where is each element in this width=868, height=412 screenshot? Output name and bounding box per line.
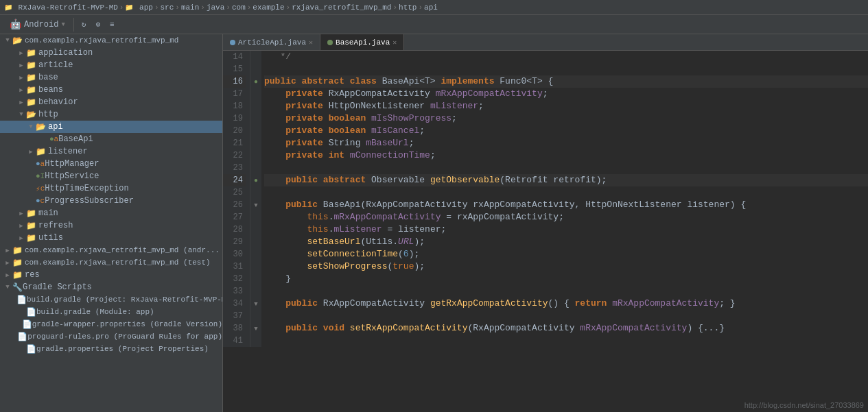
breadcrumb: 📁 RxJava-Retrofit-MVP-MD › 📁 app › src ›… xyxy=(0,0,868,15)
folder-icon: 📁 xyxy=(125,4,133,12)
code-line-27: this.mRxAppCompatActivity = rxAppCompatA… xyxy=(264,211,868,223)
code-line-32: } xyxy=(264,273,868,285)
code-line-34: public RxAppCompatActivity getRxAppCompa… xyxy=(264,298,868,310)
folder-icon: 📁 xyxy=(26,73,36,83)
folder-icon: 📁 xyxy=(26,60,36,71)
tree-item-res[interactable]: ▶ 📁 res xyxy=(0,269,222,281)
code-area: 14 15 16 17 18 19 20 21 22 23 24 25 26 2… xyxy=(223,51,868,347)
watermark: http://blog.csdn.net/sinat_27033869 xyxy=(744,401,864,409)
sync-button[interactable]: ↻ xyxy=(77,18,91,31)
code-editor[interactable]: 14 15 16 17 18 19 20 21 22 23 24 25 26 2… xyxy=(223,51,868,412)
tree-item-build-gradle-module[interactable]: 📄 build.gradle (Module: app) xyxy=(0,306,222,318)
type-label: a xyxy=(40,160,45,168)
tree-item-com-test[interactable]: ▶ 📁 com.example.rxjava_retrofit_mvp_md (… xyxy=(0,256,222,269)
breakpoint-icon[interactable]: ● xyxy=(254,78,258,86)
tree-item-proguard[interactable]: 📄 proguard-rules.pro (ProGuard Rules for… xyxy=(0,330,222,343)
code-line-18: private HttpOnNextListener mListener; xyxy=(264,100,868,112)
tree-item-beans[interactable]: ▶ 📁 beans xyxy=(0,84,222,96)
code-line-19: private boolean mIsShowProgress; xyxy=(264,112,868,125)
close-tab-button[interactable]: ✕ xyxy=(392,38,397,47)
expand-arrow-icon: ▶ xyxy=(26,148,36,156)
tree-item-article[interactable]: ▶ 📁 article xyxy=(0,59,222,71)
code-line-21: private String mBaseUrl; xyxy=(264,137,868,149)
code-line-14: */ xyxy=(264,51,868,63)
expand-arrow-icon: ▶ xyxy=(16,99,26,106)
java-file-icon xyxy=(327,40,333,45)
code-line-23 xyxy=(264,162,868,174)
tree-item-listener[interactable]: ▶ 📁 listener xyxy=(0,145,222,158)
breakpoint-icon[interactable]: ● xyxy=(254,177,258,184)
tab-baseapi[interactable]: BaseApi.java ✕ xyxy=(320,34,404,50)
fold-icon[interactable]: ▼ xyxy=(254,202,257,209)
settings-button[interactable]: ⚙ xyxy=(91,18,105,31)
code-line-30: setConnectionTime(6); xyxy=(264,248,868,260)
android-sdk-selector: 🤖 Android ▼ xyxy=(4,17,71,32)
code-line-25 xyxy=(264,186,868,199)
java-file-icon xyxy=(230,40,235,45)
code-line-15 xyxy=(264,63,868,75)
code-line-26: public BaseApi(RxAppCompatActivity rxApp… xyxy=(264,199,868,211)
tree-item-gradle-properties[interactable]: 📄 gradle.properties (Project Properties) xyxy=(0,343,222,355)
folder-icon: 📁 xyxy=(26,233,36,243)
gradle-icon: 🔧 xyxy=(12,282,23,293)
code-line-16: public abstract class BaseApi<T> impleme… xyxy=(264,75,868,88)
tree-item-progresssubscriber[interactable]: ● c ProgressSubscriber xyxy=(0,195,222,207)
editor-area: ArticleApi.java ✕ BaseApi.java ✕ 14 15 1… xyxy=(223,34,868,412)
breadcrumb-item[interactable]: rxjava_retrofit_mvp_md xyxy=(292,3,391,12)
breadcrumb-item[interactable]: 📁 app xyxy=(125,3,152,12)
code-line-22: private int mConnectionTime; xyxy=(264,149,868,162)
breadcrumb-item[interactable]: java xyxy=(207,3,224,12)
gutter: ● ● ▼ xyxy=(250,51,261,347)
line-numbers: 14 15 16 17 18 19 20 21 22 23 24 25 26 2… xyxy=(223,51,250,347)
proguard-file-icon: 📄 xyxy=(17,332,27,342)
expand-arrow-icon: ▶ xyxy=(3,259,12,267)
toolbar: 🤖 Android ▼ ↻ ⚙ ≡ xyxy=(0,15,868,34)
folder-icon: 📁 xyxy=(26,48,36,58)
breadcrumb-item[interactable]: 📁 RxJava-Retrofit-MVP-MD xyxy=(4,3,118,12)
class-icon: ● xyxy=(36,197,40,205)
code-line-17: private RxAppCompatActivity mRxAppCompat… xyxy=(264,88,868,100)
folder-icon: 📁 xyxy=(36,147,46,157)
tree-item-httptimeexception[interactable]: ⚡ c HttpTimeException xyxy=(0,182,222,195)
tree-item-utils[interactable]: ▶ 📁 utils xyxy=(0,232,222,244)
breadcrumb-item[interactable]: com xyxy=(232,3,246,12)
expand-arrow-icon: ▶ xyxy=(16,234,26,242)
breadcrumb-item[interactable]: src xyxy=(160,3,174,12)
folder-icon: 📁 xyxy=(12,245,23,256)
android-icon: 🤖 xyxy=(10,19,21,30)
fold-icon[interactable]: ▼ xyxy=(254,326,257,332)
breadcrumb-item[interactable]: api xyxy=(424,3,438,12)
tree-item-behavior[interactable]: ▶ 📁 behavior xyxy=(0,96,222,108)
fold-icon[interactable]: ▼ xyxy=(254,301,257,308)
tree-item-api[interactable]: ▼ 📂 api xyxy=(0,121,222,133)
tree-item-baseapi[interactable]: ● a BaseApi xyxy=(0,133,222,145)
folder-icon: 📂 xyxy=(12,36,23,46)
tree-item-main[interactable]: ▶ 📁 main xyxy=(0,207,222,219)
tree-item-gradle-scripts[interactable]: ▼ 🔧 Gradle Scripts xyxy=(0,281,222,293)
folder-icon: 📁 xyxy=(26,85,36,95)
breadcrumb-item[interactable]: example xyxy=(253,3,284,12)
tree-item-httpmanager[interactable]: ● a HttpManager xyxy=(0,158,222,170)
tree-item-httpservice[interactable]: ● I HttpService xyxy=(0,170,222,182)
breadcrumb-item[interactable]: http xyxy=(399,3,417,12)
tree-item-build-gradle-project[interactable]: 📄 build.gradle (Project: RxJava-Retrofit… xyxy=(0,293,222,306)
folder-icon: 📂 xyxy=(36,122,46,132)
code-line-41 xyxy=(264,335,868,347)
tree-item-com-root[interactable]: ▼ 📂 com.example.rxjava_retrofit_mvp_md xyxy=(0,34,222,47)
expand-arrow-icon: ▶ xyxy=(16,210,26,217)
tree-item-base[interactable]: ▶ 📁 base xyxy=(0,71,222,84)
tree-item-application[interactable]: ▶ 📁 application xyxy=(0,47,222,59)
structure-button[interactable]: ≡ xyxy=(105,19,119,31)
expand-arrow-icon: ▼ xyxy=(3,37,12,44)
close-tab-button[interactable]: ✕ xyxy=(309,38,313,47)
tree-item-refresh[interactable]: ▶ 📁 refresh xyxy=(0,219,222,232)
tabs-bar: ArticleApi.java ✕ BaseApi.java ✕ xyxy=(223,34,868,51)
code-line-37 xyxy=(264,310,868,322)
tab-articleapi[interactable]: ArticleApi.java ✕ xyxy=(223,34,320,50)
tree-item-com-android[interactable]: ▶ 📁 com.example.rxjava_retrofit_mvp_md (… xyxy=(0,244,222,256)
expand-arrow-icon: ▶ xyxy=(3,247,12,254)
tree-item-http[interactable]: ▼ 📂 http xyxy=(0,108,222,121)
tree-item-gradle-wrapper[interactable]: 📄 gradle-wrapper.properties (Gradle Vers… xyxy=(0,318,222,330)
breadcrumb-item[interactable]: main xyxy=(181,3,199,12)
properties-file-icon: 📄 xyxy=(22,319,32,330)
